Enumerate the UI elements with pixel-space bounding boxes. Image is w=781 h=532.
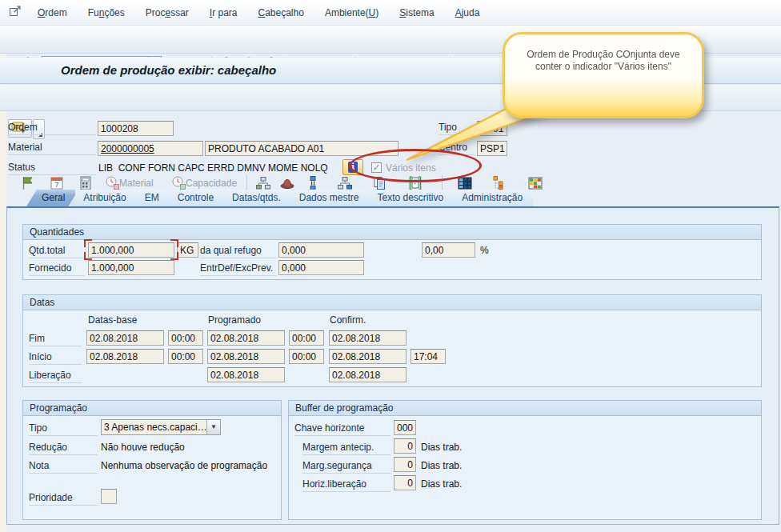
priority-field[interactable] bbox=[101, 489, 117, 504]
unit-field[interactable]: KG bbox=[177, 242, 198, 258]
scheduling-type-dropdown[interactable]: 3 Apenas necs.capaci… ▼ bbox=[101, 419, 221, 435]
sap-gui-window: Ordem Funções Processar Ir para Cabeçalh… bbox=[0, 0, 781, 532]
scheduled-column-header: Programado bbox=[208, 314, 261, 326]
finish-basic-date-field[interactable]: 02.08.2018 bbox=[86, 330, 164, 346]
menu-item-ir-para[interactable]: Ir para bbox=[199, 6, 248, 20]
percent-sign: % bbox=[480, 245, 489, 256]
svg-text:7: 7 bbox=[54, 181, 58, 189]
start-row-label: Início bbox=[29, 351, 82, 365]
material-label: Material bbox=[8, 142, 96, 155]
scrap-label: da qual refugo bbox=[200, 245, 277, 258]
safety-float-label: Marg.segurança bbox=[302, 460, 390, 474]
tab-texto-descritivo[interactable]: Texto descritivo bbox=[362, 190, 454, 206]
release-sched-date-field[interactable]: 02.08.2018 bbox=[207, 367, 285, 382]
scheduling-type-value: 3 Apenas necs.capaci… bbox=[102, 420, 206, 434]
menu-item-sistema[interactable]: Sistema bbox=[389, 6, 444, 20]
menu-item-cabecalho[interactable]: Cabeçalho bbox=[248, 6, 314, 20]
tab-datas-qtds[interactable]: Datas/qtds. bbox=[217, 190, 291, 206]
quantities-groupbox-title: Quantidades bbox=[23, 225, 761, 240]
finish-basic-time-field[interactable]: 00:00 bbox=[168, 330, 203, 346]
delivered-label: Fornecido bbox=[29, 262, 85, 276]
note-value: Nenhuma observação de programação bbox=[101, 460, 267, 471]
scheduling-type-label: Tipo bbox=[29, 422, 98, 436]
scrap-percent-field[interactable]: 0,00 bbox=[422, 242, 475, 258]
finish-sched-time-field[interactable]: 00:00 bbox=[289, 330, 324, 346]
priority-label: Prioridade bbox=[29, 492, 98, 506]
tab-geral[interactable]: Geral bbox=[26, 190, 75, 206]
menu-bar: Ordem Funções Processar Ir para Cabeçalh… bbox=[0, 0, 781, 26]
total-qty-label: Qtd.total bbox=[29, 245, 85, 258]
safety-float-field[interactable]: 0 bbox=[394, 457, 416, 472]
tab-administracao[interactable]: Administração bbox=[447, 190, 533, 206]
short-excess-field[interactable]: 0,000 bbox=[278, 260, 364, 275]
scheduling-groupbox-title: Programação bbox=[23, 401, 281, 416]
float-groupbox-title: Buffer de programação bbox=[289, 401, 761, 416]
scheduling-margin-key-field[interactable]: 000 bbox=[394, 420, 416, 435]
menu-item-ambiente[interactable]: Ambiente(U) bbox=[314, 6, 389, 20]
release-horizon-unit: Dias trab. bbox=[421, 478, 462, 490]
material-number-field[interactable]: 2000000005 bbox=[98, 141, 203, 156]
system-menu-icon[interactable] bbox=[8, 4, 22, 21]
cursor-corner-tr bbox=[170, 239, 178, 247]
material-availability-label: Material bbox=[119, 178, 154, 189]
start-sched-time-field[interactable]: 00:00 bbox=[289, 349, 324, 364]
float-before-field[interactable]: 0 bbox=[394, 438, 416, 454]
scheduling-margin-key-label: Chave horizonte bbox=[294, 422, 390, 436]
basic-dates-column-header: Datas-base bbox=[88, 314, 137, 326]
reduction-value: Não houve redução bbox=[101, 442, 185, 453]
start-confirmed-date-field[interactable]: 02.08.2018 bbox=[329, 349, 407, 364]
callout-text: Ordem de Produção COnjunta deve conter o… bbox=[505, 34, 702, 73]
annotation-red-circle bbox=[349, 149, 482, 182]
dropdown-arrow-icon[interactable]: ▼ bbox=[206, 420, 220, 434]
dates-groupbox-title: Datas bbox=[23, 295, 761, 310]
order-label: Ordem bbox=[8, 122, 96, 135]
total-qty-field[interactable]: 1.000,000 bbox=[88, 242, 174, 258]
order-number-field[interactable]: 1000208 bbox=[98, 121, 174, 136]
tab-atribuicao[interactable]: Atribuição bbox=[68, 190, 136, 206]
tab-strip: Geral Atribuição EM Controle Datas/qtds.… bbox=[26, 190, 533, 206]
tab-dados-mestre[interactable]: Dados mestre bbox=[284, 190, 370, 206]
cursor-corner-tl bbox=[84, 239, 92, 247]
menu-item-ajuda[interactable]: Ajuda bbox=[445, 6, 491, 20]
short-excess-label: EntrDef/ExcPrev. bbox=[200, 262, 277, 276]
safety-float-unit: Dias trab. bbox=[421, 460, 462, 471]
start-confirmed-time-field[interactable]: 17:04 bbox=[411, 349, 446, 364]
page-title: Ordem de produção exibir: cabeçalho bbox=[61, 63, 276, 77]
release-horizon-label: Horiz.liberação bbox=[302, 478, 390, 492]
tab-controle[interactable]: Controle bbox=[162, 190, 224, 206]
status-text: LIB CONF FORN CAPC ERRD DMNV MOME NOLQ bbox=[98, 162, 328, 174]
scrap-qty-field[interactable]: 0,000 bbox=[278, 242, 364, 258]
menu-item-processar[interactable]: Processar bbox=[135, 6, 199, 20]
cursor-corner-br bbox=[170, 252, 178, 260]
confirmed-column-header: Confirm. bbox=[330, 314, 366, 326]
start-sched-date-field[interactable]: 02.08.2018 bbox=[207, 349, 285, 364]
float-before-unit: Dias trab. bbox=[421, 442, 462, 453]
delivered-qty-field[interactable]: 1.000,000 bbox=[88, 260, 174, 275]
release-horizon-field[interactable]: 0 bbox=[394, 475, 416, 490]
release-row-label: Liberação bbox=[29, 370, 82, 383]
capacity-check-label: Capacidade bbox=[186, 178, 237, 189]
menu-item-funcoes[interactable]: Funções bbox=[78, 6, 135, 20]
finish-row-label: Fim bbox=[29, 333, 82, 346]
reduction-label: Redução bbox=[29, 442, 98, 455]
cursor-corner-bl bbox=[84, 252, 92, 260]
annotation-callout: Ordem de Produção COnjunta deve conter o… bbox=[503, 32, 704, 118]
release-confirmed-date-field[interactable]: 02.08.2018 bbox=[329, 367, 407, 382]
finish-confirmed-date-field[interactable]: 02.08.2018 bbox=[329, 330, 407, 346]
start-basic-time-field[interactable]: 00:00 bbox=[168, 349, 203, 364]
note-label: Nota bbox=[29, 460, 98, 474]
menu-item-ordem[interactable]: Ordem bbox=[27, 6, 78, 20]
start-basic-date-field[interactable]: 02.08.2018 bbox=[86, 349, 164, 364]
status-label: Status bbox=[8, 162, 96, 175]
finish-sched-date-field[interactable]: 02.08.2018 bbox=[207, 330, 285, 346]
float-before-label: Margem antecip. bbox=[302, 442, 390, 455]
